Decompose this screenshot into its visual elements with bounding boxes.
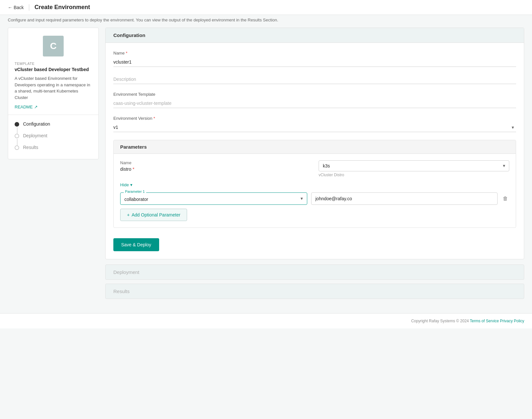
env-template-input[interactable] bbox=[113, 99, 516, 108]
template-icon-wrapper: C bbox=[8, 28, 98, 62]
version-select-wrapper: v1 v2 ▼ bbox=[113, 123, 516, 132]
copyright-text: Copyright Rafay Systems © 2024 bbox=[411, 319, 469, 323]
template-label: TEMPLATE bbox=[15, 62, 92, 66]
env-version-group: Environment Version * v1 v2 ▼ bbox=[113, 116, 516, 132]
terms-of-service-link[interactable]: Terms of Service bbox=[470, 319, 499, 323]
param-value-wrapper bbox=[311, 192, 498, 205]
param-select-wrapper: Parameter 1 collaborator owner viewer ▼ bbox=[120, 192, 307, 205]
configuration-title: Configuration bbox=[113, 32, 145, 38]
env-template-label: Environment Template bbox=[113, 92, 516, 97]
hide-toggle[interactable]: Hide ▾ bbox=[120, 182, 509, 187]
description-group bbox=[113, 75, 516, 84]
add-optional-param-button[interactable]: + Add Optional Parameter bbox=[120, 209, 187, 221]
results-section: Results bbox=[105, 284, 524, 299]
configuration-header: Configuration bbox=[106, 28, 524, 43]
footer: Copyright Rafay Systems © 2024 Terms of … bbox=[0, 313, 532, 328]
name-required-star: * bbox=[126, 51, 127, 55]
template-name: vCluster based Developer Testbed bbox=[15, 67, 92, 72]
trash-icon: 🗑 bbox=[503, 196, 508, 201]
back-arrow-icon: ← bbox=[8, 5, 12, 10]
top-bar: ← Back Create Environment bbox=[0, 0, 532, 15]
optional-param-row: Parameter 1 collaborator owner viewer ▼ bbox=[120, 192, 509, 205]
step-dot-results bbox=[15, 145, 19, 150]
step-label-deployment: Deployment bbox=[23, 133, 47, 138]
add-optional-label: Add Optional Parameter bbox=[132, 212, 180, 217]
optional-param-value-input[interactable] bbox=[311, 192, 498, 205]
env-version-select[interactable]: v1 v2 bbox=[113, 123, 516, 132]
readme-label: README bbox=[15, 105, 33, 109]
step-deployment: Deployment bbox=[15, 133, 92, 138]
name-group: Name * bbox=[113, 51, 516, 67]
step-label-results: Results bbox=[23, 145, 38, 150]
distro-param-row: Name distro * k3s k8s bbox=[120, 160, 509, 177]
name-input[interactable] bbox=[113, 57, 516, 67]
parameters-body: Name distro * k3s k8s bbox=[114, 154, 516, 228]
distro-hint: vCluster Distro bbox=[319, 173, 509, 177]
back-link[interactable]: ← Back bbox=[8, 5, 24, 10]
distro-required-star: * bbox=[133, 166, 134, 172]
step-dot-configuration bbox=[15, 122, 19, 127]
page-subtitle: Configure and input required parameters … bbox=[0, 15, 532, 28]
page-title: Create Environment bbox=[34, 4, 90, 11]
readme-link[interactable]: README ↗ bbox=[15, 105, 92, 109]
chevron-down-icon: ▾ bbox=[130, 182, 133, 187]
back-label: Back bbox=[14, 5, 24, 10]
main-layout: C TEMPLATE vCluster based Developer Test… bbox=[0, 28, 532, 311]
privacy-policy-link[interactable]: Privacy Policy bbox=[500, 319, 524, 323]
external-link-icon: ↗ bbox=[34, 105, 38, 109]
steps-nav: Configuration Deployment Results bbox=[8, 115, 98, 159]
step-label-configuration: Configuration bbox=[23, 121, 50, 127]
template-description: A vCluster based Environment for Develop… bbox=[15, 75, 92, 101]
configuration-body: Name * Environment Template bbox=[106, 43, 524, 259]
save-deploy-button[interactable]: Save & Deploy bbox=[113, 238, 159, 251]
template-info: TEMPLATE vCluster based Developer Testbe… bbox=[8, 62, 98, 115]
step-configuration: Configuration bbox=[15, 121, 92, 127]
distro-name-value: distro * bbox=[120, 166, 311, 172]
right-panel: Configuration Name * Environment bbox=[105, 28, 524, 303]
distro-select-wrapper: k3s k8s k0s ▼ bbox=[319, 160, 509, 171]
version-required-star: * bbox=[154, 116, 155, 121]
step-results: Results bbox=[15, 145, 92, 150]
env-template-group: Environment Template bbox=[113, 92, 516, 108]
delete-optional-param-button[interactable]: 🗑 bbox=[501, 194, 509, 203]
results-title: Results bbox=[113, 289, 130, 294]
template-icon: C bbox=[43, 36, 64, 56]
optional-param-select[interactable]: collaborator owner viewer bbox=[120, 193, 307, 204]
deployment-title: Deployment bbox=[113, 269, 139, 275]
step-dot-deployment bbox=[15, 134, 19, 138]
distro-select[interactable]: k3s k8s k0s bbox=[319, 160, 509, 171]
parameters-card: Parameters Name distro * bbox=[113, 140, 516, 228]
name-label: Name * bbox=[113, 51, 516, 55]
configuration-card: Configuration Name * Environment bbox=[105, 28, 524, 259]
param-name-label: Name bbox=[120, 160, 311, 165]
env-version-label: Environment Version * bbox=[113, 116, 516, 121]
top-divider bbox=[29, 4, 29, 11]
distro-name-col: Name distro * bbox=[120, 160, 311, 172]
parameters-header: Parameters bbox=[114, 140, 516, 154]
parameters-title: Parameters bbox=[120, 144, 147, 150]
description-input[interactable] bbox=[113, 75, 516, 84]
left-panel: C TEMPLATE vCluster based Developer Test… bbox=[8, 28, 99, 159]
param-1-label: Parameter 1 bbox=[124, 190, 146, 193]
distro-value-col: k3s k8s k0s ▼ vCluster Distro bbox=[319, 160, 509, 177]
plus-icon: + bbox=[127, 212, 130, 217]
deployment-section: Deployment bbox=[105, 265, 524, 280]
